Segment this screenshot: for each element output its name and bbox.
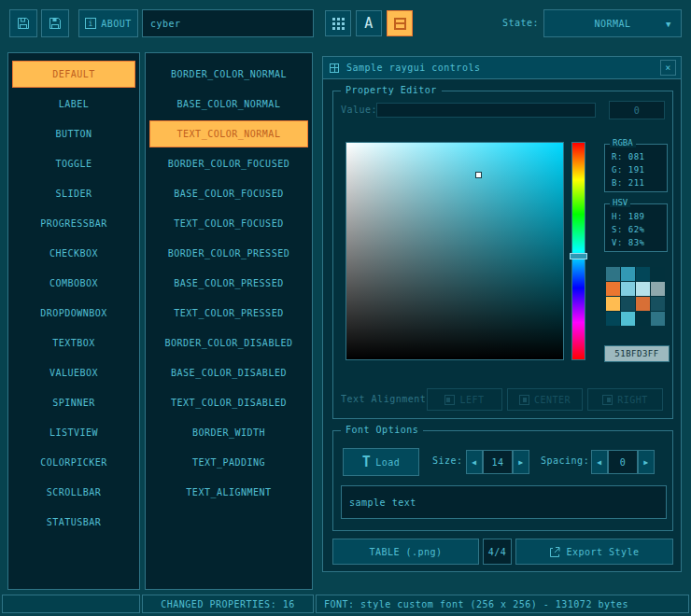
controls-item-textbox[interactable]: TEXTBOX (12, 329, 135, 357)
controls-item-checkbox[interactable]: CHECKBOX (12, 240, 135, 267)
controls-item-statusbar[interactable]: STATUSBAR (12, 509, 135, 536)
window-icon (330, 63, 339, 73)
font-atlas-button[interactable]: A (356, 10, 382, 36)
controls-item-spinner[interactable]: SPINNER (12, 389, 135, 416)
property-item-text-alignment[interactable]: TEXT_ALIGNMENT (149, 479, 308, 506)
property-item-text-color-focused[interactable]: TEXT_COLOR_FOCUSED (149, 210, 308, 237)
page-indicator: 4/4 (483, 539, 512, 565)
controls-item-toggle[interactable]: TOGGLE (12, 150, 135, 177)
state-label: State: (502, 18, 539, 28)
property-item-base-color-normal[interactable]: BASE_COLOR_NORMAL (149, 91, 308, 118)
load-style-button[interactable] (9, 9, 37, 37)
size-value-box[interactable]: 14 (483, 450, 513, 474)
palette-swatch[interactable] (651, 312, 665, 326)
font-options-title: Font Options (341, 425, 423, 435)
spacing-value-box[interactable]: 0 (608, 450, 638, 474)
export-style-label: Export Style (566, 547, 639, 557)
controls-item-default[interactable]: DEFAULT (12, 61, 135, 88)
palette-swatch[interactable] (636, 267, 650, 281)
hex-value-box[interactable]: 51BFD3FF (604, 345, 670, 362)
palette-swatch[interactable] (621, 297, 635, 311)
property-item-text-color-pressed[interactable]: TEXT_COLOR_PRESSED (149, 300, 308, 327)
value-box[interactable]: 0 (609, 101, 665, 119)
controls-item-slider[interactable]: SLIDER (12, 180, 135, 207)
palette-swatch[interactable] (651, 282, 665, 296)
controls-item-combobox[interactable]: COMBOBOX (12, 270, 135, 297)
properties-list-panel: BORDER_COLOR_NORMAL BASE_COLOR_NORMAL TE… (145, 52, 313, 590)
chevron-down-icon: ▼ (666, 20, 671, 29)
size-decrease-button[interactable]: ◀ (466, 450, 483, 474)
palette-swatch[interactable] (621, 282, 635, 296)
left-arrow-icon: ◀ (472, 458, 476, 467)
palette-swatch[interactable] (651, 267, 665, 281)
property-item-base-color-disabled[interactable]: BASE_COLOR_DISABLED (149, 359, 308, 386)
table-png-button[interactable]: TABLE (.png) (332, 539, 479, 565)
palette-swatch[interactable] (606, 297, 620, 311)
size-increase-button[interactable]: ▶ (513, 450, 529, 474)
window-titlebar[interactable]: Sample raygui controls × (323, 57, 681, 79)
sample-text-input[interactable] (341, 485, 667, 519)
controls-list-panel: DEFAULT LABEL BUTTON TOGGLE SLIDER PROGR… (7, 52, 140, 590)
hue-bar[interactable] (571, 142, 585, 360)
align-center-button[interactable]: CENTER (507, 388, 583, 411)
rgba-r-value: R: 081 (605, 150, 667, 163)
property-item-border-width[interactable]: BORDER_WIDTH (149, 419, 308, 446)
property-item-text-color-disabled[interactable]: TEXT_COLOR_DISABLED (149, 389, 308, 416)
property-item-border-color-disabled[interactable]: BORDER_COLOR_DISABLED (149, 329, 308, 357)
statusbar-changed-properties: CHANGED PROPERTIES: 16 (142, 595, 314, 613)
style-table-button[interactable] (387, 10, 413, 36)
window-close-button[interactable]: × (660, 60, 676, 76)
left-arrow-icon: ◀ (597, 458, 601, 467)
spacing-decrease-button[interactable]: ◀ (591, 450, 608, 474)
rgba-group: RGBA R: 081 G: 191 B: 211 (604, 144, 668, 192)
palette-swatch[interactable] (651, 297, 665, 311)
color-selector[interactable] (475, 172, 482, 178)
property-item-base-color-pressed[interactable]: BASE_COLOR_PRESSED (149, 270, 308, 297)
palette-swatch[interactable] (621, 267, 635, 281)
align-right-icon (602, 395, 613, 405)
save-style-button[interactable] (41, 9, 69, 37)
property-editor-group: Property Editor Value: 0 RGBA R: 081 G: … (332, 91, 673, 419)
property-item-border-color-focused[interactable]: BORDER_COLOR_FOCUSED (149, 150, 308, 177)
controls-item-colorpicker[interactable]: COLORPICKER (12, 449, 135, 476)
palette-swatch[interactable] (621, 312, 635, 326)
state-dropdown[interactable]: NORMAL ▼ (543, 9, 682, 37)
palette-swatch[interactable] (636, 297, 650, 311)
about-button[interactable]: i ABOUT (78, 9, 138, 37)
controls-view-button[interactable] (325, 10, 351, 36)
controls-item-progressbar[interactable]: PROGRESSBAR (12, 210, 135, 237)
export-style-button[interactable]: Export Style (515, 539, 673, 565)
palette-swatch[interactable] (636, 312, 650, 326)
property-item-border-color-normal[interactable]: BORDER_COLOR_NORMAL (149, 61, 308, 88)
hue-handle[interactable] (570, 253, 587, 259)
controls-item-listview[interactable]: LISTVIEW (12, 419, 135, 446)
state-dropdown-value: NORMAL (594, 19, 630, 29)
hsv-s-value: S: 62% (605, 223, 667, 236)
style-name-input[interactable] (142, 9, 314, 37)
color-gradient[interactable] (346, 142, 564, 360)
palette-swatch[interactable] (606, 267, 620, 281)
value-slider[interactable] (376, 103, 596, 118)
palette-swatch[interactable] (606, 312, 620, 326)
align-right-button[interactable]: RIGHT (587, 388, 663, 411)
hsv-h-value: H: 189 (605, 210, 667, 223)
controls-item-label[interactable]: LABEL (12, 91, 135, 118)
property-item-base-color-focused[interactable]: BASE_COLOR_FOCUSED (149, 180, 308, 207)
font-load-button[interactable]: T Load (343, 448, 419, 476)
property-item-text-color-normal[interactable]: TEXT_COLOR_NORMAL (149, 120, 308, 147)
palette-swatch[interactable] (636, 282, 650, 296)
spacing-label: Spacing: (541, 455, 589, 466)
property-item-text-padding[interactable]: TEXT_PADDING (149, 449, 308, 476)
palette-swatch[interactable] (606, 282, 620, 296)
controls-item-dropdownbox[interactable]: DROPDOWNBOX (12, 300, 135, 327)
info-icon: i (85, 18, 96, 29)
controls-item-scrollbar[interactable]: SCROLLBAR (12, 479, 135, 506)
statusbar-left (2, 595, 140, 613)
property-item-border-color-pressed[interactable]: BORDER_COLOR_PRESSED (149, 240, 308, 267)
spacing-increase-button[interactable]: ▶ (638, 450, 655, 474)
align-left-button[interactable]: LEFT (427, 388, 502, 411)
right-arrow-icon: ▶ (518, 458, 523, 467)
controls-item-button[interactable]: BUTTON (12, 120, 135, 147)
rguistyler-window: i ABOUT A State: NORMAL ▼ DEFAULT LABEL … (0, 0, 691, 616)
controls-item-valuebox[interactable]: VALUEBOX (12, 359, 135, 386)
